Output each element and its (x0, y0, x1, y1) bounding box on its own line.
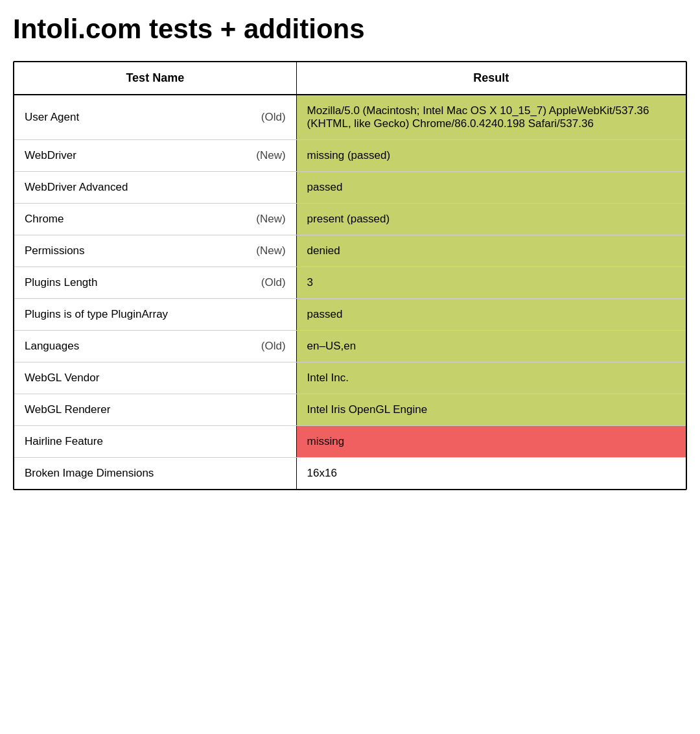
test-result-cell: en–US,en (296, 331, 686, 362)
table-row: Plugins Length(Old)3 (14, 267, 686, 299)
test-name-cell: WebDriver(New) (14, 140, 296, 172)
test-name-cell: Plugins Length(Old) (14, 267, 296, 299)
table-header-row: Test Name Result (14, 62, 686, 95)
test-result-cell: denied (296, 235, 686, 267)
table-row: Hairline Featuremissing (14, 426, 686, 458)
test-name-label: WebGL Vendor (25, 372, 99, 385)
table-row: Permissions(New)denied (14, 235, 686, 267)
test-result-cell: Intel Inc. (296, 362, 686, 394)
test-result-cell: Mozilla/5.0 (Macintosh; Intel Mac OS X 1… (296, 95, 686, 140)
test-name-label: Languages (25, 340, 79, 353)
test-name-cell: Languages(Old) (14, 331, 296, 362)
test-name-cell: Hairline Feature (14, 426, 296, 458)
test-name-tag: (New) (256, 149, 285, 162)
col-header-test-name: Test Name (14, 62, 296, 95)
test-name-tag: (Old) (261, 340, 286, 353)
test-name-cell: Broken Image Dimensions (14, 458, 296, 490)
test-name-cell: Chrome(New) (14, 204, 296, 235)
page-title: Intoli.com tests + additions (13, 13, 687, 45)
table-row: Chrome(New)present (passed) (14, 204, 686, 235)
test-result-cell: missing (296, 426, 686, 458)
test-name-tag: (Old) (261, 111, 286, 124)
test-result-cell: 16x16 (296, 458, 686, 490)
test-result-cell: missing (passed) (296, 140, 686, 172)
table-row: Plugins is of type PluginArraypassed (14, 299, 686, 331)
test-name-label: Hairline Feature (25, 435, 103, 448)
test-name-cell: Plugins is of type PluginArray (14, 299, 296, 331)
test-name-label: Plugins is of type PluginArray (25, 308, 168, 321)
table-row: WebDriver(New)missing (passed) (14, 140, 686, 172)
table-row: User Agent(Old)Mozilla/5.0 (Macintosh; I… (14, 95, 686, 140)
table-row: WebGL RendererIntel Iris OpenGL Engine (14, 394, 686, 426)
test-name-label: Chrome (25, 213, 64, 226)
test-name-cell: Permissions(New) (14, 235, 296, 267)
test-name-cell: WebGL Vendor (14, 362, 296, 394)
results-table-container: Test Name Result User Agent(Old)Mozilla/… (13, 61, 687, 490)
test-name-label: User Agent (25, 111, 79, 124)
test-name-label: Permissions (25, 244, 85, 257)
table-row: WebGL VendorIntel Inc. (14, 362, 686, 394)
test-name-cell: WebGL Renderer (14, 394, 296, 426)
test-result-cell: passed (296, 299, 686, 331)
test-name-tag: (New) (256, 213, 285, 226)
test-name-label: WebDriver Advanced (25, 181, 128, 194)
test-name-tag: (Old) (261, 276, 286, 289)
test-name-tag: (New) (256, 244, 285, 257)
table-row: WebDriver Advancedpassed (14, 172, 686, 204)
test-name-label: WebDriver (25, 149, 76, 162)
test-name-label: Broken Image Dimensions (25, 467, 154, 480)
test-result-cell: passed (296, 172, 686, 204)
test-name-label: Plugins Length (25, 276, 97, 289)
test-result-cell: 3 (296, 267, 686, 299)
test-result-cell: Intel Iris OpenGL Engine (296, 394, 686, 426)
table-row: Broken Image Dimensions16x16 (14, 458, 686, 490)
col-header-result: Result (296, 62, 686, 95)
test-name-cell: User Agent(Old) (14, 95, 296, 140)
table-row: Languages(Old)en–US,en (14, 331, 686, 362)
test-name-label: WebGL Renderer (25, 403, 110, 416)
test-result-cell: present (passed) (296, 204, 686, 235)
results-table: Test Name Result User Agent(Old)Mozilla/… (14, 62, 686, 489)
test-name-cell: WebDriver Advanced (14, 172, 296, 204)
